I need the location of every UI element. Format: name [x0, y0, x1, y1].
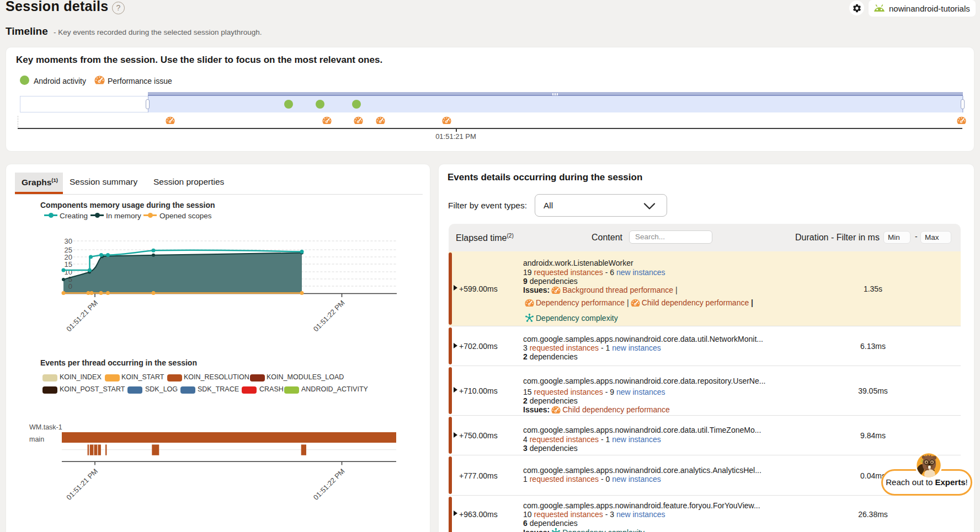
svg-text:01:51:21 PM: 01:51:21 PM	[65, 467, 99, 502]
svg-text:01:51:22 PM: 01:51:22 PM	[312, 467, 347, 502]
svg-text:01:51:21 PM: 01:51:21 PM	[65, 299, 99, 334]
svg-text:15: 15	[65, 260, 72, 268]
svg-text:30: 30	[65, 237, 72, 245]
svg-text:01:51:22 PM: 01:51:22 PM	[312, 299, 347, 334]
svg-text:0: 0	[68, 282, 72, 291]
